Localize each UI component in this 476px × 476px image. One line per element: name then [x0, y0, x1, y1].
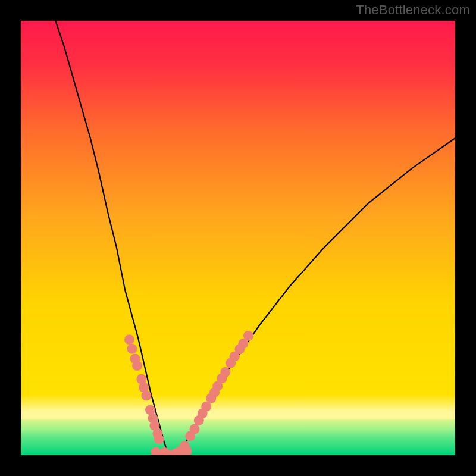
curve-marker	[132, 361, 142, 371]
curve-marker	[243, 331, 253, 341]
chart-background	[21, 21, 455, 455]
curve-marker	[127, 344, 137, 354]
chart-plot	[21, 21, 455, 455]
curve-marker	[220, 367, 230, 377]
curve-marker	[154, 434, 164, 444]
watermark-text: TheBottleneck.com	[356, 2, 470, 18]
curve-marker	[124, 334, 134, 345]
chart-svg	[21, 21, 455, 455]
curve-marker	[190, 424, 200, 434]
chart-stage: TheBottleneck.com	[0, 0, 476, 476]
curve-marker	[141, 390, 151, 400]
